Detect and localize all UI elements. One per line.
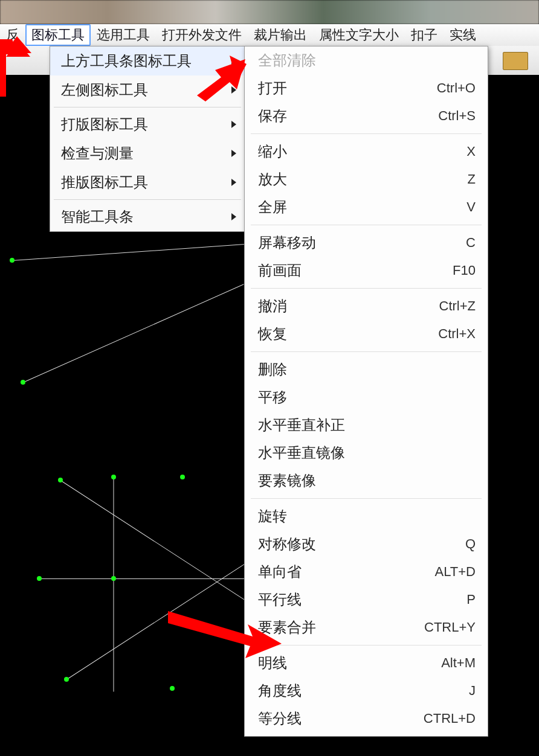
menu-item[interactable]: 前画面F10: [245, 257, 488, 284]
menu-item-label: 推版图标工具: [61, 173, 148, 192]
menu-item-label: 屏幕移动: [258, 233, 316, 252]
menu-item-shortcut: Ctrl+Z: [439, 298, 476, 314]
menu-item-label: 上方工具条图标工具: [61, 51, 192, 71]
menu-item-shortcut: Q: [465, 536, 476, 552]
menu-item[interactable]: 单向省ALT+D: [245, 558, 488, 586]
menu-item-label: 水平垂直镜像: [258, 443, 345, 463]
menu-bar-item[interactable]: 实线: [444, 24, 482, 46]
menu-item-label: 撤消: [258, 296, 287, 316]
menu-item[interactable]: 水平垂直补正: [245, 411, 488, 439]
menu-bar-item[interactable]: 扣子: [405, 24, 444, 46]
submenu-arrow-icon: [231, 179, 236, 186]
menu-bar: 反图标工具选用工具打开外发文件裁片输出属性文字大小扣子实线: [0, 24, 539, 46]
menu-item[interactable]: 保存Ctrl+S: [245, 102, 488, 130]
menu-bar-item[interactable]: 打开外发文件: [156, 24, 248, 46]
menu-item[interactable]: 水平垂直镜像: [245, 439, 488, 467]
menu-item-shortcut: J: [469, 683, 476, 699]
canvas-endpoint: [10, 258, 15, 263]
menu-separator: [251, 225, 482, 225]
canvas-endpoint: [170, 686, 175, 691]
menu-item-label: 单向省: [258, 562, 302, 581]
menu-item[interactable]: 检查与测量: [50, 139, 245, 168]
menu-item[interactable]: 对称修改Q: [245, 530, 488, 558]
menu-item[interactable]: 明线Alt+M: [245, 649, 488, 677]
menu-item-shortcut: CTRL+D: [424, 711, 476, 726]
menu-item[interactable]: 要素镜像: [245, 467, 488, 495]
menu-separator: [54, 107, 241, 107]
menu-item-label: 删除: [258, 360, 287, 379]
menu-item-label: 全屏: [258, 197, 287, 217]
menu-item: 全部清除: [245, 46, 488, 74]
menu-item-shortcut: Z: [468, 171, 476, 187]
menu-item-label: 缩小: [258, 142, 287, 161]
menu-item[interactable]: 打开Ctrl+O: [245, 74, 488, 102]
menu-item[interactable]: 删除: [245, 356, 488, 383]
titlebar: [0, 0, 539, 24]
menu-item[interactable]: 恢复Ctrl+X: [245, 320, 488, 348]
menu-separator: [251, 645, 482, 645]
menu-item-shortcut: Ctrl+X: [438, 326, 476, 342]
menu-item-label: 前画面: [258, 261, 302, 280]
menu-bar-item[interactable]: 图标工具: [25, 24, 91, 46]
menu-item[interactable]: 推版图标工具: [50, 168, 245, 197]
menu-item-label: 旋转: [258, 507, 287, 526]
menu-item-label: 平行线: [258, 590, 302, 609]
submenu-arrow-icon: [231, 213, 236, 220]
menu-item-label: 对称修改: [258, 534, 316, 554]
menu-item-label: 要素镜像: [258, 471, 316, 490]
canvas-endpoint: [111, 576, 116, 581]
canvas-endpoint: [64, 677, 69, 682]
menu-item-label: 检查与测量: [61, 144, 134, 163]
menu-item[interactable]: 撤消Ctrl+Z: [245, 292, 488, 320]
menu-bar-item[interactable]: 反: [0, 24, 25, 46]
menu-item[interactable]: 全屏V: [245, 193, 488, 221]
menu-bar-item[interactable]: 属性文字大小: [313, 24, 405, 46]
menu-item[interactable]: 要素合并CTRL+Y: [245, 613, 488, 641]
canvas-line: [114, 478, 114, 692]
menu-item-label: 等分线: [258, 709, 302, 728]
menu-item[interactable]: 角度线J: [245, 677, 488, 705]
menu-item-label: 水平垂直补正: [258, 415, 345, 435]
menu-item[interactable]: 左侧图标工具: [50, 75, 245, 104]
menu-item-shortcut: F10: [453, 263, 476, 278]
menu-item-shortcut: X: [466, 144, 476, 159]
menu-item-label: 智能工具条: [61, 207, 134, 226]
submenu-arrow-icon: [231, 150, 236, 157]
menu-item-label: 打开: [258, 78, 287, 98]
menu-item-label: 全部清除: [258, 51, 316, 70]
menu-item[interactable]: 缩小X: [245, 138, 488, 165]
menu-separator: [54, 199, 241, 200]
menu-item-label: 保存: [258, 106, 287, 126]
submenu-arrow-icon: [231, 86, 236, 94]
menu-item[interactable]: 旋转: [245, 502, 488, 530]
menu-item[interactable]: 平移: [245, 383, 488, 411]
menu-item-label: 平移: [258, 388, 287, 407]
menu-item-label: 角度线: [258, 681, 302, 700]
canvas-line: [12, 243, 253, 261]
menu-item-shortcut: V: [466, 199, 476, 215]
canvas-endpoint: [21, 380, 25, 385]
menu-item-label: 放大: [258, 170, 287, 189]
menu-item[interactable]: 平行线P: [245, 586, 488, 613]
menu-item-shortcut: Alt+M: [441, 655, 476, 671]
menu-item-shortcut: P: [466, 592, 476, 607]
menu-separator: [251, 288, 482, 289]
menu-item[interactable]: 上方工具条图标工具: [50, 46, 245, 75]
menu-item-label: 打版图标工具: [61, 115, 148, 134]
menu-bar-item[interactable]: 裁片输出: [248, 24, 313, 46]
canvas-endpoint: [37, 576, 42, 581]
menu-item[interactable]: 屏幕移动C: [245, 229, 488, 257]
menu-item-label: 要素合并: [258, 618, 316, 637]
canvas-line: [23, 284, 244, 383]
menu-item[interactable]: 放大Z: [245, 165, 488, 193]
menu-separator: [251, 133, 482, 134]
menu-item-shortcut: Ctrl+S: [438, 108, 476, 124]
dropdown-menu-icon-tools: 上方工具条图标工具左侧图标工具打版图标工具检查与测量推版图标工具智能工具条: [50, 46, 245, 232]
menu-item[interactable]: 打版图标工具: [50, 110, 245, 139]
menu-item[interactable]: 等分线CTRL+D: [245, 705, 488, 732]
menu-item[interactable]: 智能工具条: [50, 202, 245, 231]
canvas-endpoint: [58, 478, 63, 482]
canvas-endpoint: [180, 475, 185, 479]
canvas-line: [60, 480, 259, 609]
menu-bar-item[interactable]: 选用工具: [91, 24, 156, 46]
